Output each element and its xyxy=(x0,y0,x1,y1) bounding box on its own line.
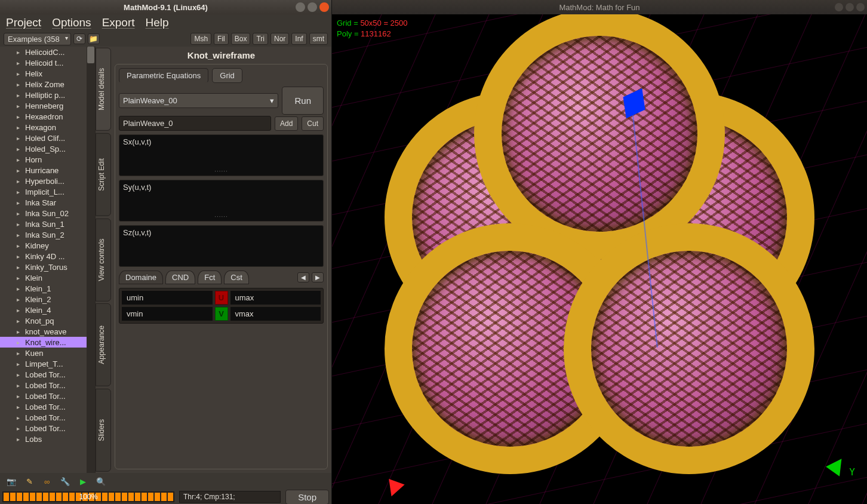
tree-item[interactable]: Knot_pq xyxy=(0,315,95,326)
tree-item[interactable]: Klein_1 xyxy=(0,283,95,294)
tree-item[interactable]: Lobs xyxy=(0,434,95,444)
sz-editor[interactable]: Sz(u,v,t) xyxy=(119,225,324,267)
maximize-icon[interactable] xyxy=(308,2,317,12)
tree-item[interactable]: Klein xyxy=(0,272,95,283)
sidetab-appearance[interactable]: Appearance xyxy=(96,303,111,386)
left-window-title: MathMod-9.1 (Linux64) xyxy=(124,3,208,12)
settings-icon[interactable]: 🔧 xyxy=(60,476,70,487)
sidetab-sliders[interactable]: Sliders xyxy=(96,389,111,472)
vmin-cell[interactable]: vmin xyxy=(122,307,213,321)
tree-item[interactable]: Hurricane xyxy=(0,165,95,176)
tab-parametric-equations[interactable]: Parametric Equations xyxy=(119,68,208,83)
tree-item[interactable]: Henneberg xyxy=(0,100,95,111)
examples-combo[interactable]: Examples (358 xyxy=(4,33,71,45)
maximize-icon[interactable] xyxy=(846,3,854,11)
zoom-icon[interactable]: 🔍 xyxy=(96,476,106,487)
tree-item[interactable]: Holed Clif... xyxy=(0,133,95,143)
btn-smt[interactable]: smt xyxy=(309,33,328,45)
v-label: V xyxy=(215,307,228,321)
equations-frame: Parametric Equations Grid PlainWeave_00 … xyxy=(115,64,328,469)
sx-editor[interactable]: Sx(u,v,t)······ xyxy=(119,134,324,176)
menu-help[interactable]: Help xyxy=(146,16,169,29)
minitab-fct[interactable]: Fct xyxy=(198,271,222,284)
tree-item[interactable]: Inka Star xyxy=(0,197,95,208)
tree-item[interactable]: HelicoidC... xyxy=(0,47,95,57)
tree-item[interactable]: Helliptic p... xyxy=(0,90,95,100)
vmax-cell[interactable]: vmax xyxy=(230,307,321,321)
tree-item[interactable]: Helix xyxy=(0,68,95,79)
minitab-domaine[interactable]: Domaine xyxy=(119,271,163,284)
play-icon[interactable]: ▶ xyxy=(78,476,88,487)
tree-item[interactable]: Inka Sun_1 xyxy=(0,219,95,229)
component-name-input[interactable] xyxy=(119,116,271,131)
btn-inf[interactable]: Inf xyxy=(291,33,306,45)
tree-item[interactable]: Inka Sun_02 xyxy=(0,208,95,219)
close-icon[interactable] xyxy=(319,2,329,12)
tree-item[interactable]: Lobed Tor... xyxy=(0,412,95,423)
menu-export[interactable]: Export xyxy=(102,16,135,29)
link-icon[interactable]: ∞ xyxy=(42,476,53,487)
tree-item[interactable]: Helicoid t... xyxy=(0,57,95,68)
tab-grid[interactable]: Grid xyxy=(212,68,242,83)
tree-item[interactable]: Helix Zome xyxy=(0,79,95,90)
close-icon[interactable] xyxy=(856,3,865,11)
cut-button[interactable]: Cut xyxy=(302,116,324,131)
tree-item[interactable]: Lobed Tor... xyxy=(0,369,95,380)
tree-item[interactable]: Kidney xyxy=(0,240,95,251)
umax-cell[interactable]: umax xyxy=(230,291,321,305)
btn-tri[interactable]: Tri xyxy=(253,33,268,45)
btn-box[interactable]: Box xyxy=(231,33,251,45)
minitab-cnd[interactable]: CND xyxy=(165,271,195,284)
minitab-cst[interactable]: Cst xyxy=(224,271,249,284)
folder-open-icon[interactable]: 📁 xyxy=(88,33,100,44)
tree-item[interactable]: Lobed Tor... xyxy=(0,423,95,434)
btn-msh[interactable]: Msh xyxy=(190,33,211,45)
sy-editor[interactable]: Sy(u,v,t)······ xyxy=(119,180,324,222)
tabs-scroll-right-icon[interactable]: ▶ xyxy=(312,272,324,282)
tree-item[interactable]: Kinky_Torus xyxy=(0,262,95,272)
left-titlebar[interactable]: MathMod-9.1 (Linux64) xyxy=(0,0,331,14)
sidetab-script-edit[interactable]: Script Edit xyxy=(96,133,111,216)
tree-item[interactable]: Horn xyxy=(0,154,95,165)
tree-item[interactable]: Implicit_L... xyxy=(0,186,95,197)
minimize-icon[interactable] xyxy=(835,3,843,11)
snapshot-icon[interactable]: 📷 xyxy=(6,476,17,487)
tree-item[interactable]: Hexaedron xyxy=(0,111,95,122)
add-button[interactable]: Add xyxy=(275,116,298,131)
tree-item[interactable]: Lobed Tor... xyxy=(0,380,95,391)
menu-options[interactable]: Options xyxy=(52,16,91,29)
sy-label: Sy(u,v,t) xyxy=(123,183,151,192)
run-button[interactable]: Run xyxy=(282,87,324,115)
tree-item[interactable]: Knot_wire... xyxy=(0,337,95,348)
tree-item[interactable]: Klein_4 xyxy=(0,305,95,315)
tree-scrollbar[interactable] xyxy=(87,47,95,473)
btn-nor[interactable]: Nor xyxy=(270,33,289,45)
tree-item[interactable]: Holed_Sp... xyxy=(0,143,95,154)
stop-button[interactable]: Stop xyxy=(285,490,329,505)
component-select[interactable]: PlainWeave_00 xyxy=(119,93,278,108)
clear-icon[interactable]: ✎ xyxy=(24,476,35,487)
tree-item[interactable]: knot_weave xyxy=(0,326,95,337)
btn-fil[interactable]: Fil xyxy=(214,33,229,45)
tree-item[interactable]: Inka Sun_2 xyxy=(0,229,95,240)
sidetab-model-details[interactable]: Model details xyxy=(96,48,111,131)
tree-item[interactable]: Klein_2 xyxy=(0,294,95,305)
menu-project[interactable]: Project xyxy=(6,16,41,29)
umin-cell[interactable]: umin xyxy=(122,291,213,305)
sidetab-view-controls[interactable]: View controls xyxy=(96,219,111,302)
tree-item[interactable]: Hyperboli... xyxy=(0,176,95,186)
tree-item[interactable]: Lobed Tor... xyxy=(0,401,95,412)
tabs-scroll-left-icon[interactable]: ◀ xyxy=(297,272,309,282)
tree-item[interactable]: Lobed Tor... xyxy=(0,391,95,401)
render-canvas: Y xyxy=(332,14,867,504)
minimize-icon[interactable] xyxy=(296,2,305,12)
reload-icon[interactable]: ⟳ xyxy=(73,33,85,44)
tree-item[interactable]: Kuen xyxy=(0,348,95,358)
tree-item[interactable]: Hexagon xyxy=(0,122,95,133)
tree-scroll-thumb[interactable] xyxy=(87,47,94,63)
model-tree[interactable]: HelicoidC...Helicoid t...HelixHelix Zome… xyxy=(0,47,96,473)
tree-item[interactable]: Kinky 4D ... xyxy=(0,251,95,262)
right-titlebar[interactable]: MathMod: Math for Fun xyxy=(332,0,867,14)
tree-item[interactable]: Limpet_T... xyxy=(0,358,95,369)
viewport-3d[interactable]: Grid = 50x50 = 2500 Poly = 1131162 Y xyxy=(332,14,867,504)
